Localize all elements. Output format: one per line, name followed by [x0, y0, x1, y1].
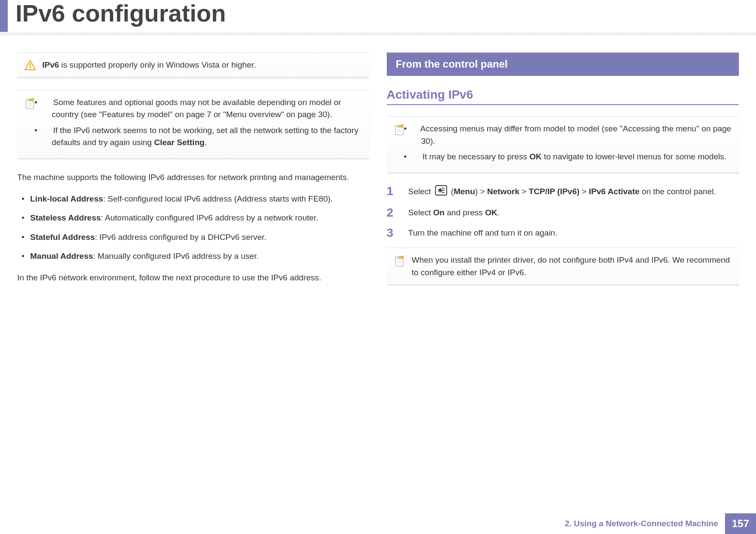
left-column: IPv6 is supported properly only in Windo…	[17, 53, 370, 297]
note1-b1-or: or	[214, 110, 221, 119]
addr-linklocal: Link-local Address: Self-configured loca…	[17, 189, 370, 209]
step1-menu: Menu	[454, 187, 475, 196]
outro-paragraph: In the IPv6 network environment, follow …	[17, 271, 370, 284]
addr2-label: Stateless Address	[30, 213, 101, 222]
step-1: 1 Select ✱ (Menu) > Network > TCP/IP (IP…	[387, 185, 739, 199]
note1-b2-p2: .	[205, 138, 207, 147]
note1-bullet1: Some features and optional goods may not…	[42, 96, 363, 121]
step2-ok: OK	[485, 208, 498, 217]
note1-bullet2: If the IPv6 network seems to not be work…	[42, 124, 363, 149]
warning-rest: is supported properly only in Windows Vi…	[59, 60, 256, 69]
note2-b2-p1: It may be necessary to press	[423, 152, 529, 161]
step1-gt1: >	[478, 187, 487, 196]
page-title: IPv6 configuration	[8, 0, 226, 27]
step1-tcpip: TCP/IP (IPv6)	[529, 187, 579, 196]
addr3-desc: : IPv6 address configured by a DHCPv6 se…	[95, 233, 266, 242]
step3-body: Turn the machine off and turn it on agai…	[408, 227, 739, 239]
note2-b2-bold: OK	[529, 152, 542, 161]
subheading-activating: Activating IPv6	[387, 88, 739, 105]
note2-body: Accessing menus may differ from model to…	[412, 123, 732, 167]
svg-point-1	[29, 63, 31, 65]
step1-pre: Select	[408, 187, 433, 196]
addr4-label: Manual Address	[30, 251, 93, 261]
steps-list: 1 Select ✱ (Menu) > Network > TCP/IP (IP…	[387, 185, 739, 239]
addr-stateless: Stateless Address: Automatically configu…	[17, 208, 370, 228]
step2-p2: and press	[445, 208, 485, 217]
address-list: Link-local Address: Self-configured loca…	[17, 189, 370, 266]
note3-body: When you install the printer driver, do …	[412, 254, 732, 279]
header-accent-bar	[0, 0, 8, 32]
note2-b2-p2: to navigate to lower-level menus for som…	[541, 152, 726, 161]
step-number-3: 3	[387, 227, 400, 239]
addr-manual: Manual Address: Manually configured IPv6…	[17, 247, 370, 266]
note-callout-1: Some features and optional goods may not…	[17, 90, 370, 159]
note1-body: Some features and optional goods may not…	[42, 96, 363, 152]
note-callout-2: Accessing menus may differ from model to…	[387, 116, 739, 173]
step-number-1: 1	[387, 185, 400, 197]
footer-chapter: 2. Using a Network-Connected Machine	[565, 519, 725, 528]
step1-post: on the control panel.	[640, 187, 716, 196]
addr3-label: Stateful Address	[30, 233, 95, 242]
note1-b1-p2: "Menu overview" on page 30).	[221, 110, 333, 119]
page-footer: 2. Using a Network-Connected Machine 157	[565, 513, 756, 534]
warning-text: IPv6 is supported properly only in Windo…	[42, 59, 363, 71]
addr-stateful: Stateful Address: IPv6 address configure…	[17, 228, 370, 247]
page-header: IPv6 configuration	[0, 0, 756, 32]
section-heading-bar: From the control panel	[387, 53, 739, 76]
addr1-desc: : Self-configured local IPv6 address (Ad…	[103, 194, 333, 203]
step-3: 3 Turn the machine off and turn it on ag…	[387, 227, 739, 239]
title-underline	[0, 32, 756, 35]
addr2-desc: : Automatically configured IPv6 address …	[101, 213, 318, 222]
step2-body: Select On and press OK.	[408, 207, 739, 219]
step1-gt2: >	[520, 187, 529, 196]
step2-p3: .	[497, 208, 499, 217]
right-column: From the control panel Activating IPv6 A…	[387, 53, 739, 297]
step-2: 2 Select On and press OK.	[387, 207, 739, 219]
note-callout-3: When you install the printer driver, do …	[387, 248, 739, 285]
intro-paragraph: The machine supports the following IPv6 …	[17, 171, 370, 183]
note1-b2-bold: Clear Setting	[154, 138, 205, 147]
step1-network: Network	[487, 187, 520, 196]
warning-ipv6-bold: IPv6	[42, 60, 59, 69]
menu-icon: ✱	[435, 185, 447, 199]
content-columns: IPv6 is supported properly only in Windo…	[0, 35, 756, 297]
addr1-label: Link-local Address	[30, 194, 103, 203]
step-number-2: 2	[387, 207, 400, 219]
warning-icon	[24, 59, 36, 71]
svg-rect-2	[30, 65, 31, 68]
step2-p1: Select	[408, 208, 433, 217]
note-icon	[394, 254, 406, 279]
note2-bullet1: Accessing menus may differ from model to…	[412, 123, 732, 147]
step1-gt3: >	[579, 187, 589, 196]
step2-on: On	[433, 208, 445, 217]
page-number: 157	[725, 513, 756, 534]
step1-activate: IPv6 Activate	[589, 187, 640, 196]
addr4-desc: : Manually configured IPv6 address by a …	[93, 251, 258, 261]
warning-callout: IPv6 is supported properly only in Windo…	[17, 53, 370, 78]
note2-bullet2: It may be necessary to press OK to navig…	[412, 151, 732, 163]
step1-body: Select ✱ (Menu) > Network > TCP/IP (IPv6…	[408, 185, 739, 199]
